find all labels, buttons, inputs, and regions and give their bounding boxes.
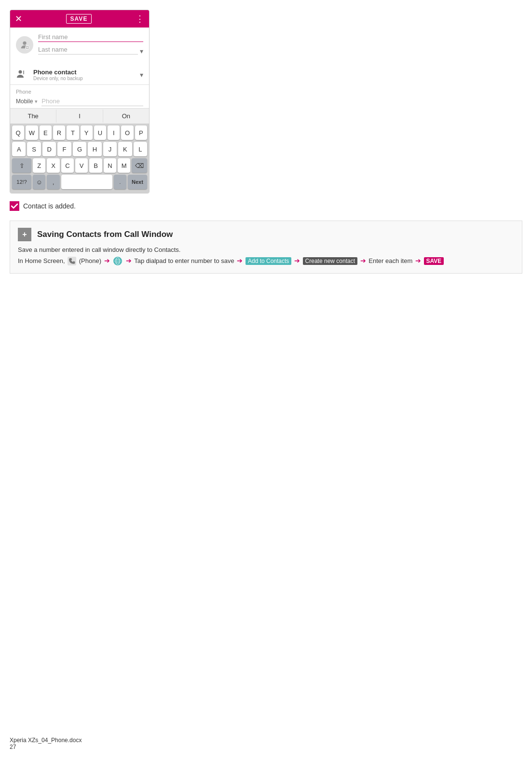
contact-type-info: Phone contact Device only, no backup <box>33 69 138 81</box>
arrow-5: ➔ <box>360 255 366 266</box>
phone-screenshot: ✕ SAVE ⋮ ▾ <box>10 10 150 193</box>
contact-added-row: Contact is added. <box>10 201 522 211</box>
key-H[interactable]: H <box>88 142 101 156</box>
create-new-contact-badge: Create new contact <box>303 257 357 265</box>
phone-icon <box>68 257 76 265</box>
key-space[interactable] <box>61 175 112 189</box>
section-box: + Saving Contacts from Call Window Save … <box>10 221 522 274</box>
svg-point-4 <box>19 70 22 74</box>
contact-type-chevron[interactable]: ▾ <box>140 71 143 79</box>
phone-type-chevron[interactable]: ▾ <box>35 98 38 105</box>
autocomplete-item-0[interactable]: The <box>10 110 56 123</box>
step-4-text: Enter each item <box>368 257 412 264</box>
globe-icon <box>113 257 122 265</box>
avatar-icon[interactable] <box>16 36 33 54</box>
footer-filename: Xperia XZs_04_Phone.docx <box>10 737 82 744</box>
key-emoji[interactable]: ☺ <box>33 175 45 189</box>
key-E[interactable]: E <box>40 125 52 140</box>
phone-type-label: Mobile <box>16 98 33 105</box>
contact-type-sub: Device only, no backup <box>33 76 138 81</box>
section-heading: Saving Contacts from Call Window <box>37 230 173 239</box>
arrow-4: ➔ <box>294 255 300 266</box>
section-title-row: + Saving Contacts from Call Window <box>18 228 514 241</box>
step-intro: In Home Screen, <box>18 257 67 264</box>
section-plus-icon: + <box>18 228 31 241</box>
name-fields: ▾ <box>38 32 143 57</box>
key-A[interactable]: A <box>12 142 26 156</box>
keyboard-row-4: 12!? ☺ , . Next <box>12 175 147 189</box>
key-N[interactable]: N <box>104 158 116 173</box>
footer-page: 27 <box>10 744 82 750</box>
arrow-6: ➔ <box>415 255 421 266</box>
key-G[interactable]: G <box>73 142 86 156</box>
form-area: ▾ <box>10 28 149 65</box>
save-button[interactable]: SAVE <box>66 14 92 24</box>
first-name-input[interactable] <box>38 32 143 42</box>
key-Q[interactable]: Q <box>12 125 24 140</box>
key-S[interactable]: S <box>27 142 41 156</box>
more-button[interactable]: ⋮ <box>136 14 144 24</box>
phone-input-row: Mobile ▾ <box>16 97 143 106</box>
key-numbers[interactable]: 12!? <box>12 175 31 189</box>
close-button[interactable]: ✕ <box>15 14 22 24</box>
key-R[interactable]: R <box>53 125 65 140</box>
step-phone-label: (Phone) <box>79 257 103 264</box>
key-T[interactable]: T <box>67 125 79 140</box>
key-J[interactable]: J <box>103 142 117 156</box>
key-shift[interactable]: ⇧ <box>12 158 31 173</box>
key-O[interactable]: O <box>121 125 133 140</box>
key-I[interactable]: I <box>108 125 120 140</box>
arrow-2: ➔ <box>126 255 132 266</box>
expand-chevron[interactable]: ▾ <box>140 47 143 55</box>
autocomplete-item-1[interactable]: I <box>56 110 103 123</box>
svg-rect-7 <box>68 257 76 265</box>
key-B[interactable]: B <box>89 158 102 173</box>
keyboard-row-3: ⇧ Z X C V B N M ⌫ <box>12 158 147 173</box>
last-name-input[interactable] <box>38 45 138 55</box>
arrow-3: ➔ <box>237 255 243 266</box>
keyboard-row-1: Q W E R T Y U I O P <box>12 125 147 140</box>
key-U[interactable]: U <box>94 125 106 140</box>
phone-section-label: Phone <box>16 89 143 95</box>
person-icon <box>16 68 29 82</box>
keyboard-row-2: A S D F G H J K L <box>12 142 147 156</box>
key-Z[interactable]: Z <box>33 158 45 173</box>
section-body: Save a number entered in call window dir… <box>18 245 514 266</box>
key-Y[interactable]: Y <box>81 125 93 140</box>
key-comma[interactable]: , <box>47 175 59 189</box>
contact-added-text: Contact is added. <box>23 202 76 210</box>
phone-section: Phone Mobile ▾ <box>10 85 149 108</box>
top-bar: ✕ SAVE ⋮ <box>10 10 149 28</box>
autocomplete-bar: The I On <box>10 108 149 124</box>
svg-point-0 <box>23 41 26 45</box>
key-V[interactable]: V <box>75 158 88 173</box>
svg-rect-5 <box>23 70 24 74</box>
footer: Xperia XZs_04_Phone.docx 27 <box>10 737 82 750</box>
add-to-contacts-badge: Add to Contacts <box>246 257 291 265</box>
key-next[interactable]: Next <box>128 175 147 189</box>
contact-type-name: Phone contact <box>33 69 138 76</box>
section-steps: In Home Screen, (Phone) ➔ ➔ Tap di <box>18 257 444 264</box>
checkmark-icon <box>10 201 19 211</box>
key-backspace[interactable]: ⌫ <box>132 158 147 173</box>
arrow-1: ➔ <box>104 255 110 266</box>
keyboard: Q W E R T Y U I O P A S D F G H J K L ⇧ … <box>10 124 149 193</box>
key-period[interactable]: . <box>114 175 126 189</box>
content-area: Contact is added. + Saving Contacts from… <box>0 193 532 289</box>
key-W[interactable]: W <box>26 125 38 140</box>
autocomplete-item-2[interactable]: On <box>103 110 149 123</box>
key-L[interactable]: L <box>134 142 147 156</box>
save-badge: SAVE <box>424 257 444 265</box>
key-C[interactable]: C <box>61 158 74 173</box>
key-F[interactable]: F <box>57 142 71 156</box>
key-K[interactable]: K <box>118 142 132 156</box>
phone-number-input[interactable] <box>41 97 143 106</box>
key-P[interactable]: P <box>135 125 147 140</box>
key-D[interactable]: D <box>42 142 56 156</box>
key-M[interactable]: M <box>118 158 130 173</box>
contact-type-row[interactable]: Phone contact Device only, no backup ▾ <box>10 65 149 85</box>
step-1-text: Tap dialpad to enter number to save <box>134 257 234 264</box>
name-row: ▾ <box>16 32 143 57</box>
section-description: Save a number entered in call window dir… <box>18 246 180 253</box>
key-X[interactable]: X <box>47 158 59 173</box>
